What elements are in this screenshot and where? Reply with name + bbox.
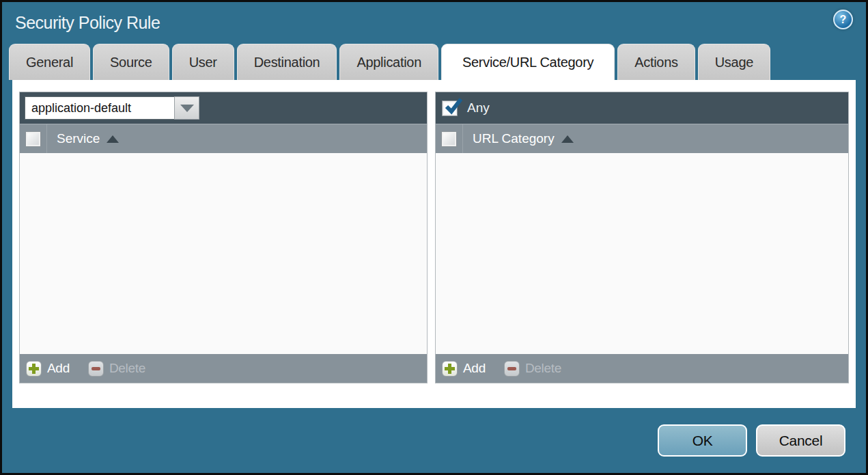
sort-ascending-icon [107,135,119,143]
tab-label: Usage [715,55,753,70]
tab-general[interactable]: General [9,44,90,80]
tab-label: Application [356,55,421,70]
security-policy-rule-dialog: Security Policy Rule ? General Source Us… [0,0,868,475]
service-table-header: Service [20,124,427,153]
url-category-select-all-cell [436,124,463,153]
url-category-column-header[interactable]: URL Category [473,131,574,146]
service-panel-topbar [20,92,427,124]
tab-strip: General Source User Destination Applicat… [2,44,866,80]
tab-destination[interactable]: Destination [237,44,337,80]
url-category-list-area [436,153,848,354]
ok-button[interactable]: OK [658,424,747,457]
service-type-input[interactable] [25,96,174,120]
url-category-delete-button[interactable]: Delete [504,361,561,377]
service-column-label: Service [57,131,100,146]
tab-service-url-category[interactable]: Service/URL Category [441,44,615,80]
plus-icon [26,361,42,377]
service-delete-button[interactable]: Delete [88,361,145,377]
any-checkbox[interactable] [443,101,457,116]
help-icon[interactable]: ? [833,10,853,29]
tab-label: Actions [634,55,678,70]
service-toolbar: Add Delete [20,354,427,383]
service-list-area [20,153,427,354]
service-type-dropdown-button[interactable] [174,96,199,120]
tab-label: General [26,55,73,70]
tab-label: Destination [254,55,320,70]
plus-icon [442,361,458,377]
tab-actions[interactable]: Actions [617,44,695,80]
url-category-panel-topbar: Any [436,92,848,124]
minus-icon [88,361,104,377]
delete-label: Delete [525,361,561,376]
any-label: Any [467,100,490,116]
tab-label: Source [110,55,152,70]
service-type-dropdown [25,96,199,120]
delete-label: Delete [109,361,145,376]
service-add-button[interactable]: Add [26,361,70,377]
tab-label: Service/URL Category [462,55,593,70]
tab-source[interactable]: Source [93,44,169,80]
tab-label: User [189,55,217,70]
chevron-down-icon [180,105,194,112]
url-category-panel: Any URL Category Add [435,92,849,383]
url-category-add-button[interactable]: Add [442,361,486,377]
tab-usage[interactable]: Usage [698,44,770,80]
service-column-header[interactable]: Service [57,131,119,146]
service-select-all-cell [20,124,47,153]
tab-user[interactable]: User [172,44,234,80]
url-category-select-all-checkbox[interactable] [442,132,456,146]
tab-application[interactable]: Application [339,44,438,80]
add-label: Add [463,361,486,376]
url-category-toolbar: Add Delete [436,354,848,383]
help-glyph: ? [840,14,847,26]
titlebar: Security Policy Rule ? [2,2,866,44]
url-category-table-header: URL Category [436,124,848,153]
service-select-all-checkbox[interactable] [26,132,40,146]
cancel-button[interactable]: Cancel [756,424,845,457]
minus-icon [504,361,520,377]
dialog-footer: OK Cancel [2,408,866,473]
tab-content: Service Add Delete [12,80,856,408]
url-category-column-label: URL Category [473,131,555,146]
service-panel: Service Add Delete [19,92,428,383]
add-label: Add [47,361,70,376]
dialog-title: Security Policy Rule [15,13,160,33]
sort-ascending-icon [561,135,574,143]
